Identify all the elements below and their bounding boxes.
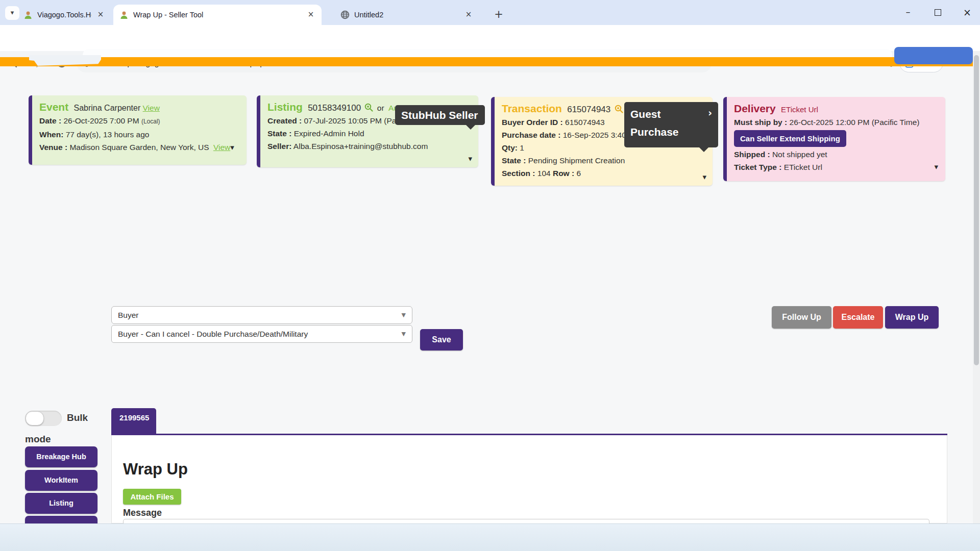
wrapup-heading: Wrap Up: [123, 460, 188, 479]
chevron-down-icon[interactable]: ▾: [934, 161, 938, 173]
sidebar-workitem-button[interactable]: WorkItem: [25, 470, 97, 491]
browser-tab-strip: ▾ Viagogo.Tools.Home × Wrap Up - Seller …: [0, 0, 980, 25]
toggle-knob[interactable]: [26, 411, 44, 425]
event-card: Event Sabrina Carpenter View Date : 26-O…: [29, 95, 247, 165]
tab-viagogo-tools-home[interactable]: Viagogo.Tools.Home ×: [17, 5, 111, 25]
tab-close-icon[interactable]: ×: [306, 10, 315, 19]
transaction-state-row: State : Pending Shipment Creation: [502, 154, 705, 167]
listing-state-row: State : Expired-Admin Hold: [267, 127, 471, 140]
mustship-value: 26-Oct-2025 12:00 PM (Pacific Time): [790, 118, 920, 127]
tab-close-icon[interactable]: ×: [464, 10, 473, 19]
shipped-label: Shipped :: [734, 150, 770, 159]
delivery-subtitle: ETicket Url: [781, 105, 818, 114]
scrollbar-thumb[interactable]: [974, 55, 979, 365]
category-dropdown-value: Buyer: [118, 311, 139, 320]
venue-value: Madison Square Garden, New York, US: [69, 143, 209, 152]
workitem-tab[interactable]: 2199565: [111, 408, 156, 435]
section-row-row: Section : 104 Row : 6: [502, 167, 705, 180]
ticket-type-row: Ticket Type : ETicket Url ▾: [734, 161, 938, 173]
zoom-magnifier-icon[interactable]: [364, 103, 373, 112]
tab-title: Viagogo.Tools.Home: [37, 11, 91, 19]
state-label: State :: [267, 129, 291, 138]
mustship-label: Must ship by :: [734, 118, 787, 127]
window-maximize-button[interactable]: [929, 7, 946, 18]
purchase-label: Purchase date :: [502, 131, 560, 139]
seller-value: Alba.Espinosa+training@stubhub.com: [293, 142, 428, 151]
save-button[interactable]: Save: [420, 329, 463, 350]
tab-title: Untitled2: [354, 11, 459, 19]
tab-title: Wrap Up - Seller Tool: [133, 11, 302, 19]
cutoff-header-button[interactable]: [894, 47, 973, 64]
created-label: Created :: [267, 116, 302, 125]
venue-view-link[interactable]: View: [213, 143, 230, 152]
transaction-card-title: Transaction: [502, 103, 562, 114]
state-value: Pending Shipment Creation: [528, 156, 625, 165]
browser-toolbar: cstoolsqa.viagogo.net/seller/Conclude/Wr…: [0, 25, 980, 51]
delivery-card-title: Delivery: [734, 103, 776, 114]
reason-dropdown-value: Buyer - Can I cancel - Double Purchase/D…: [118, 330, 308, 339]
when-value: 77 day(s), 13 hours ago: [66, 130, 150, 139]
guest-purchase-line2: Purchase: [630, 123, 712, 141]
listing-seller-row: Seller: Alba.Espinosa+training@stubhub.c…: [267, 140, 471, 153]
chevron-down-icon[interactable]: ▾: [702, 171, 706, 184]
seller-label: Seller:: [267, 142, 291, 151]
row-label: Row :: [553, 169, 574, 178]
attach-files-button[interactable]: Attach Files: [123, 489, 181, 505]
message-label: Message: [123, 508, 162, 518]
reason-dropdown[interactable]: Buyer - Can I cancel - Double Purchase/D…: [111, 325, 412, 343]
delivery-card: Delivery ETicket Url Must ship by : 26-O…: [723, 97, 945, 181]
venue-label: Venue :: [39, 143, 67, 152]
tab-wrap-up-seller-tool[interactable]: Wrap Up - Seller Tool ×: [113, 5, 322, 25]
chevron-down-icon[interactable]: ▾: [468, 153, 472, 165]
listing-id: 50158349100: [308, 103, 361, 113]
category-dropdown[interactable]: Buyer ▼: [111, 306, 412, 324]
sidebar-listing-button[interactable]: Listing: [25, 493, 97, 514]
date-label: Date :: [39, 116, 61, 125]
person-icon: [119, 10, 129, 19]
zoom-magnifier-icon[interactable]: [615, 105, 623, 113]
when-label: When:: [39, 130, 63, 139]
guest-purchase-line1: Guest: [630, 105, 712, 123]
dropdown-caret-icon: ▼: [402, 331, 406, 337]
window-minimize-button[interactable]: –: [899, 7, 917, 18]
bulk-mode-toggle[interactable]: [25, 411, 62, 426]
transaction-id: 615074943: [567, 105, 610, 114]
escalate-button[interactable]: Escalate: [833, 306, 883, 329]
listing-card-title: Listing: [267, 101, 303, 113]
event-card-title: Event: [39, 101, 68, 113]
follow-up-button[interactable]: Follow Up: [772, 306, 831, 329]
must-ship-row: Must ship by : 26-Oct-2025 12:00 PM (Pac…: [734, 116, 938, 129]
tab-close-icon[interactable]: ×: [96, 10, 105, 19]
delivery-title-row: Delivery ETicket Url: [734, 102, 938, 116]
chevron-down-icon[interactable]: ▾: [230, 143, 234, 152]
ticket-value: ETicket Url: [784, 163, 822, 171]
guest-purchase-tooltip: › Guest Purchase: [624, 102, 718, 147]
chevron-right-icon[interactable]: ›: [708, 104, 712, 122]
row-value: 6: [576, 169, 581, 178]
window-close-button[interactable]: ×: [959, 7, 976, 18]
globe-icon: [340, 10, 350, 19]
wrapup-panel: [111, 435, 947, 523]
event-title-row: Event Sabrina Carpenter View: [39, 101, 239, 114]
purchase-value: 16-Sep-2025 3:40: [563, 131, 626, 139]
new-tab-button[interactable]: +: [492, 8, 506, 22]
or-text: or: [377, 104, 384, 112]
dropdown-caret-icon: ▼: [402, 312, 406, 318]
qty-value: 1: [520, 143, 524, 152]
buyer-order-label: Buyer Order ID :: [502, 118, 563, 127]
wrap-up-button[interactable]: Wrap Up: [885, 306, 939, 329]
tab-untitled2[interactable]: Untitled2 ×: [334, 5, 479, 25]
sidebar-breakage-hub-button[interactable]: Breakage Hub: [25, 446, 97, 467]
event-when-row: When: 77 day(s), 13 hours ago: [39, 128, 239, 141]
person-icon: [23, 10, 33, 19]
event-view-link[interactable]: View: [143, 104, 160, 112]
extend-shipping-button[interactable]: Can Seller Extend Shipping: [734, 130, 846, 147]
section-label: Section :: [502, 169, 535, 178]
state-label: State :: [502, 156, 526, 165]
event-date-row: Date : 26-Oct-2025 7:00 PM (Local): [39, 114, 239, 128]
stubhub-seller-text: StubHub Seller: [401, 109, 478, 121]
ticket-label: Ticket Type :: [734, 163, 781, 171]
date-value: 26-Oct-2025 7:00 PM: [63, 116, 139, 125]
bulk-mode-control: Bulk mode: [25, 407, 95, 450]
state-value: Expired-Admin Hold: [294, 129, 364, 138]
